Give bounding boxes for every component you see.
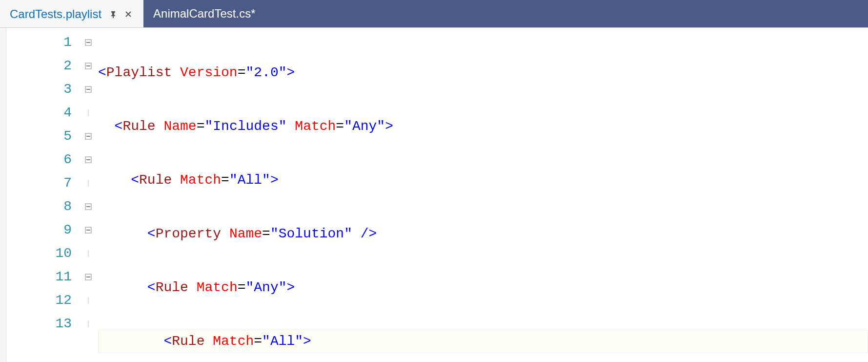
code-editor[interactable]: 1 2 3 4 5 6 7 8 9 10 11 12 13 <Playlist … xyxy=(0,27,868,362)
code-line[interactable]: <Rule Name="Includes" Match="Any"> xyxy=(98,115,868,138)
close-icon[interactable] xyxy=(125,11,132,18)
line-number: 10 xyxy=(6,242,79,265)
line-number: 11 xyxy=(6,265,79,289)
fold-gutter xyxy=(79,28,98,362)
code-line[interactable]: <Rule Match="All"> xyxy=(98,169,868,192)
tab-inactive-label: AnimalCardTest.cs* xyxy=(153,7,255,21)
line-number: 6 xyxy=(6,148,79,171)
tab-inactive[interactable]: AnimalCardTest.cs* xyxy=(143,0,267,27)
fold-guide xyxy=(79,289,98,312)
fold-toggle-icon[interactable] xyxy=(79,78,98,101)
indicator-margin xyxy=(0,28,6,362)
fold-toggle-icon[interactable] xyxy=(79,125,98,148)
code-line[interactable]: <Rule Match="Any"> xyxy=(98,276,868,299)
fold-guide xyxy=(79,171,98,195)
fold-toggle-icon[interactable] xyxy=(79,148,98,171)
code-line-current[interactable]: <Rule Match="All"> xyxy=(98,330,868,353)
line-number: 2 xyxy=(6,54,79,78)
tab-active-label: CardTests.playlist xyxy=(10,7,101,21)
code-line[interactable]: <Playlist Version="2.0"> xyxy=(98,61,868,85)
line-number: 9 xyxy=(6,218,79,242)
line-number: 12 xyxy=(6,289,79,312)
fold-guide xyxy=(79,101,98,125)
fold-guide xyxy=(79,242,98,265)
fold-guide xyxy=(79,312,98,336)
line-number-gutter: 1 2 3 4 5 6 7 8 9 10 11 12 13 xyxy=(6,28,79,362)
line-number: 8 xyxy=(6,195,79,218)
fold-toggle-icon[interactable] xyxy=(79,218,98,242)
line-number: 5 xyxy=(6,125,79,148)
fold-toggle-icon[interactable] xyxy=(79,54,98,78)
fold-toggle-icon[interactable] xyxy=(79,265,98,289)
tab-bar: CardTests.playlist AnimalCardTest.cs* xyxy=(0,0,868,27)
fold-toggle-icon[interactable] xyxy=(79,195,98,218)
line-number: 7 xyxy=(6,171,79,195)
pin-icon[interactable] xyxy=(109,10,117,18)
code-area[interactable]: <Playlist Version="2.0"> <Rule Name="Inc… xyxy=(98,28,868,362)
tab-active[interactable]: CardTests.playlist xyxy=(0,0,143,27)
code-line[interactable]: <Property Name="Solution" /> xyxy=(98,222,868,246)
line-number: 13 xyxy=(6,312,79,336)
fold-toggle-icon[interactable] xyxy=(79,31,98,54)
line-number: 3 xyxy=(6,78,79,101)
line-number: 1 xyxy=(6,31,79,54)
line-number: 4 xyxy=(6,101,79,125)
